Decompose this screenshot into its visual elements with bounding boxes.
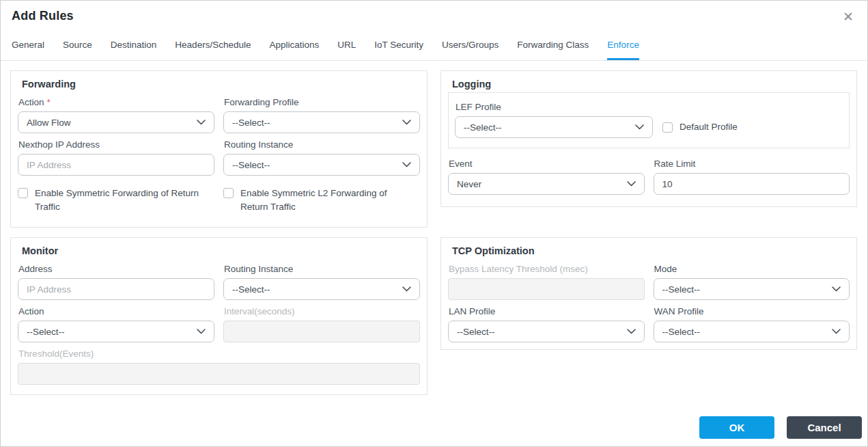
symmetric-l2-forwarding-row: Enable Symmetric L2 Forwarding of Return… <box>223 187 420 213</box>
tab-url[interactable]: URL <box>337 40 356 60</box>
tab-bar: General Source Destination Headers/Sched… <box>1 25 867 61</box>
logging-panel: Logging LEF Profile --Select-- Default P… <box>440 70 857 207</box>
rate-limit-label: Rate Limit <box>654 159 850 169</box>
monitor-action-select[interactable]: --Select-- <box>18 321 214 342</box>
forwarding-panel: Forwarding Action* Allow Flow Forwarding… <box>10 70 428 228</box>
monitor-address-input[interactable] <box>18 278 214 300</box>
logging-title: Logging <box>452 79 850 90</box>
chevron-down-icon <box>402 162 411 167</box>
chevron-down-icon <box>197 329 206 334</box>
chevron-down-icon <box>635 124 644 130</box>
monitor-routing-instance-select[interactable]: --Select-- <box>223 278 420 300</box>
close-icon[interactable]: ✕ <box>840 9 856 25</box>
lef-profile-select[interactable]: --Select-- <box>455 116 653 138</box>
chevron-down-icon <box>627 181 636 187</box>
wan-profile-select[interactable]: --Select-- <box>654 321 850 342</box>
tab-forwarding-class[interactable]: Forwarding Class <box>517 40 589 60</box>
form-area: Forwarding Action* Allow Flow Forwarding… <box>1 61 867 395</box>
routing-instance-label: Routing Instance <box>224 139 420 150</box>
tab-applications[interactable]: Applications <box>269 40 319 60</box>
nexthop-ip-label: Nexthop IP Address <box>18 139 214 150</box>
required-asterisk: * <box>47 97 51 107</box>
monitor-interval-label: Interval(seconds) <box>224 306 420 316</box>
tab-users-groups[interactable]: Users/Groups <box>442 40 499 60</box>
chevron-down-icon <box>832 329 841 334</box>
symmetric-forwarding-checkbox[interactable] <box>18 188 28 198</box>
chevron-down-icon <box>402 286 411 292</box>
chevron-down-icon <box>197 120 206 125</box>
symmetric-forwarding-row: Enable Symmetric Forwarding of Return Tr… <box>18 187 214 213</box>
default-profile-row: Default Profile <box>662 120 738 134</box>
event-select[interactable]: Never <box>448 173 645 195</box>
add-rules-dialog: Add Rules ✕ General Source Destination H… <box>0 0 868 447</box>
bypass-latency-input <box>448 278 645 300</box>
lan-profile-label: LAN Profile <box>449 306 645 316</box>
symmetric-l2-forwarding-checkbox[interactable] <box>223 188 234 198</box>
chevron-down-icon <box>832 286 841 292</box>
symmetric-l2-forwarding-label: Enable Symmetric L2 Forwarding of Return… <box>240 187 411 213</box>
forwarding-title: Forwarding <box>22 79 420 90</box>
dialog-header: Add Rules ✕ <box>1 1 867 25</box>
routing-instance-select[interactable]: --Select-- <box>223 154 420 176</box>
ok-button[interactable]: OK <box>699 416 774 439</box>
cancel-button[interactable]: Cancel <box>787 416 862 439</box>
lef-profile-label: LEF Profile <box>456 102 843 112</box>
lef-profile-group: LEF Profile --Select-- Default Profile <box>448 92 850 148</box>
tab-enforce[interactable]: Enforce <box>607 40 639 60</box>
action-label: Action* <box>18 97 214 107</box>
action-select[interactable]: Allow Flow <box>18 111 214 133</box>
tab-iot-security[interactable]: IoT Security <box>374 40 423 60</box>
monitor-threshold-input <box>18 363 420 385</box>
forwarding-profile-label: Forwarding Profile <box>224 97 420 107</box>
tcp-optimization-title: TCP Optimization <box>452 245 850 256</box>
bypass-latency-label: Bypass Latency Threshold (msec) <box>449 264 645 274</box>
default-profile-label: Default Profile <box>680 120 738 134</box>
default-profile-checkbox[interactable] <box>662 122 673 133</box>
monitor-threshold-label: Threshold(Events) <box>18 349 420 359</box>
chevron-down-icon <box>627 329 636 334</box>
wan-profile-label: WAN Profile <box>654 306 850 316</box>
monitor-action-label: Action <box>18 306 214 316</box>
mode-label: Mode <box>654 264 850 274</box>
tab-headers-schedule[interactable]: Headers/Schedule <box>175 40 251 60</box>
chevron-down-icon <box>402 120 411 125</box>
monitor-address-label: Address <box>18 264 214 274</box>
tab-destination[interactable]: Destination <box>111 40 157 60</box>
tab-source[interactable]: Source <box>63 40 92 60</box>
monitor-interval-input <box>223 321 420 342</box>
rate-limit-input[interactable] <box>654 173 850 195</box>
tab-general[interactable]: General <box>12 40 44 60</box>
monitor-panel: Monitor Address Routing Instance --Selec… <box>10 237 428 395</box>
dialog-title: Add Rules <box>12 9 74 23</box>
lan-profile-select[interactable]: --Select-- <box>448 321 645 342</box>
mode-select[interactable]: --Select-- <box>654 278 850 300</box>
symmetric-forwarding-label: Enable Symmetric Forwarding of Return Tr… <box>35 187 206 213</box>
nexthop-ip-input[interactable] <box>18 154 214 176</box>
forwarding-profile-select[interactable]: --Select-- <box>223 111 420 133</box>
monitor-title: Monitor <box>22 245 420 256</box>
tcp-optimization-panel: TCP Optimization Bypass Latency Threshol… <box>440 237 857 350</box>
dialog-footer: OK Cancel <box>699 416 862 439</box>
monitor-routing-instance-label: Routing Instance <box>224 264 420 274</box>
event-label: Event <box>449 159 645 169</box>
